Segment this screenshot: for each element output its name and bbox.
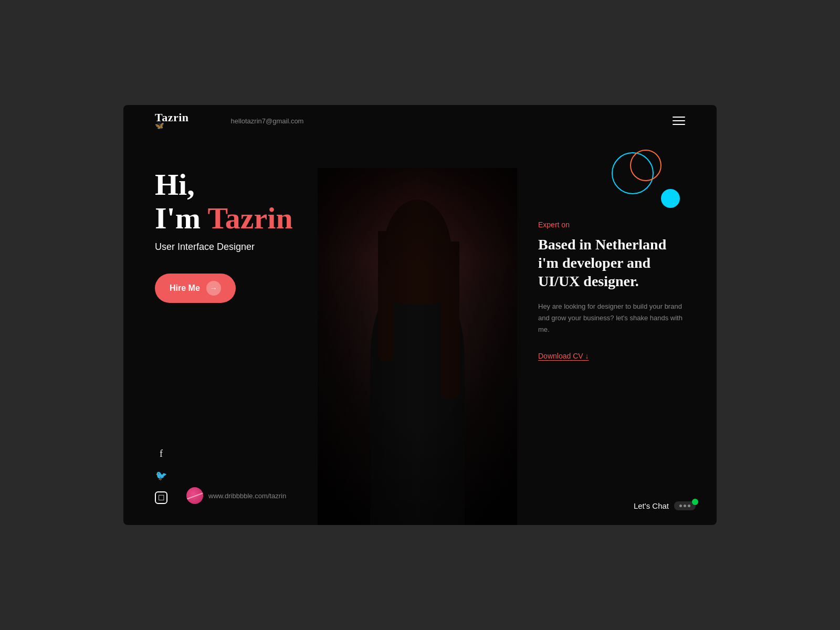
expert-section: Expert on Based in Netherland i'm develo… (538, 220, 690, 361)
instagram-symbol: ☐ (158, 494, 165, 502)
portfolio-link[interactable]: www.dribbbble.com/tazrin (186, 487, 286, 504)
hire-me-button[interactable]: Hire Me → (155, 274, 236, 303)
logo-area: Tazrin 🦋 (155, 112, 189, 130)
hire-me-label: Hire Me (170, 284, 200, 293)
left-panel: Hi, I'm Tazrin User Interface Designer H… (123, 136, 344, 525)
main-content: Hi, I'm Tazrin User Interface Designer H… (123, 136, 717, 525)
logo-bird-icon: 🦋 (155, 122, 189, 130)
header-email: hellotazrin7@gmail.com (231, 117, 304, 125)
name-highlight: Tazrin (207, 201, 292, 235)
name-prefix: I'm (155, 201, 207, 235)
browser-window: Tazrin 🦋 hellotazrin7@gmail.com Hi, I'm … (123, 105, 717, 525)
twitter-icon[interactable]: 🐦 (155, 469, 167, 482)
expert-description: Hey are looking for designer to build yo… (538, 301, 690, 335)
profile-photo (318, 168, 517, 525)
hamburger-line-1 (673, 117, 685, 118)
name-line: I'm Tazrin (155, 202, 344, 235)
header: Tazrin 🦋 hellotazrin7@gmail.com (123, 105, 717, 136)
dribbble-icon (186, 487, 203, 504)
portfolio-url: www.dribbbble.com/tazrin (208, 492, 286, 500)
expert-heading: Based in Netherland i'm developer and UI… (538, 235, 690, 290)
instagram-icon[interactable]: ☐ (155, 491, 167, 504)
download-cv-link[interactable]: Download CV ↓ (538, 352, 589, 360)
hamburger-line-2 (673, 120, 685, 121)
facebook-icon[interactable]: f (155, 447, 167, 460)
social-icons: f 🐦 ☐ (155, 447, 167, 504)
expert-label: Expert on (538, 220, 690, 229)
hamburger-line-3 (673, 124, 685, 125)
hamburger-menu[interactable] (673, 117, 685, 125)
hire-arrow-icon: → (206, 281, 221, 296)
subtitle-text: User Interface Designer (155, 242, 344, 253)
photo-vignette (318, 168, 517, 525)
greeting-text: Hi, (155, 168, 344, 202)
right-panel: Expert on Based in Netherland i'm develo… (528, 136, 717, 525)
